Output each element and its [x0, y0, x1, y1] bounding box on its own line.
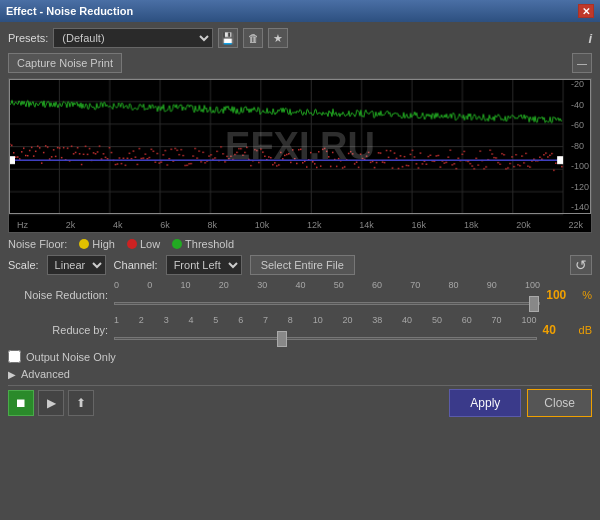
presets-select[interactable]: (Default) [53, 28, 213, 48]
playback-buttons: ⏹ ▶ ⬆ [8, 390, 94, 416]
noise-reduction-row: Noise Reduction: 0 0 10 20 30 40 50 60 7… [8, 280, 592, 310]
capture-noise-print-button[interactable]: Capture Noise Print [8, 53, 122, 73]
bottom-bar: ⏹ ▶ ⬆ Apply Close [8, 385, 592, 417]
presets-row: Presets: (Default) 💾 🗑 ★ i [8, 28, 592, 48]
legend-threshold: Threshold [172, 238, 234, 250]
scale-select[interactable]: Linear [47, 255, 106, 275]
legend-row: Noise Floor: High Low Threshold [8, 238, 592, 250]
scale-row: Scale: Linear Channel: Front Left Select… [8, 255, 592, 275]
title-text: Effect - Noise Reduction [6, 5, 133, 17]
play-icon: ▶ [47, 396, 56, 410]
stop-button[interactable]: ⏹ [8, 390, 34, 416]
reduce-by-row: Reduce by: 1 2 3 4 5 6 7 8 10 20 38 40 5… [8, 315, 592, 345]
export-icon: ⬆ [76, 396, 86, 410]
reduce-by-value: 40 [543, 323, 573, 337]
legend-low: Low [127, 238, 160, 250]
reset-button[interactable]: ↺ [570, 255, 592, 275]
output-noise-only-row: Output Noise Only [8, 350, 592, 363]
low-dot [127, 239, 137, 249]
chart-container: -20 -40 -60 -80 -100 -120 -140 Hz 2k 4k … [8, 78, 592, 233]
low-label: Low [140, 238, 160, 250]
collapse-button[interactable]: — [572, 53, 592, 73]
export-button[interactable]: ⬆ [68, 390, 94, 416]
high-label: High [92, 238, 115, 250]
reduce-by-unit: dB [579, 324, 592, 336]
threshold-label: Threshold [185, 238, 234, 250]
noise-print-row: Capture Noise Print — [8, 53, 592, 73]
select-entire-file-button[interactable]: Select Entire File [250, 255, 355, 275]
play-button[interactable]: ▶ [38, 390, 64, 416]
noise-reduction-tick-labels: 0 0 10 20 30 40 50 60 70 80 90 100 [114, 280, 540, 290]
scale-label: Scale: [8, 259, 39, 271]
noise-reduction-unit: % [582, 289, 592, 301]
output-noise-only-checkbox[interactable] [8, 350, 21, 363]
delete-preset-button[interactable]: 🗑 [243, 28, 263, 48]
noise-reduction-label: Noise Reduction: [8, 289, 108, 301]
high-dot [79, 239, 89, 249]
noise-reduction-value: 100 [546, 288, 576, 302]
reduce-by-slider[interactable] [114, 331, 537, 345]
close-title-button[interactable]: ✕ [578, 4, 594, 18]
noise-floor-label: Noise Floor: [8, 238, 67, 250]
legend-high: High [79, 238, 115, 250]
output-noise-only-label[interactable]: Output Noise Only [26, 351, 116, 363]
presets-label: Presets: [8, 32, 48, 44]
apply-button[interactable]: Apply [449, 389, 521, 417]
stop-icon: ⏹ [15, 396, 27, 410]
threshold-dot [172, 239, 182, 249]
reduce-by-label: Reduce by: [8, 324, 108, 336]
star-preset-button[interactable]: ★ [268, 28, 288, 48]
advanced-triangle-icon: ▶ [8, 369, 16, 380]
action-buttons: Apply Close [449, 389, 592, 417]
reduce-by-tick-labels: 1 2 3 4 5 6 7 8 10 20 38 40 50 60 70 100 [114, 315, 537, 325]
noise-reduction-slider-container: 0 0 10 20 30 40 50 60 70 80 90 100 [114, 280, 540, 310]
advanced-row[interactable]: ▶ Advanced [8, 368, 592, 380]
channel-label: Channel: [114, 259, 158, 271]
advanced-label: Advanced [21, 368, 70, 380]
save-preset-button[interactable]: 💾 [218, 28, 238, 48]
close-button[interactable]: Close [527, 389, 592, 417]
noise-chart [9, 79, 591, 232]
title-bar: Effect - Noise Reduction ✕ [0, 0, 600, 22]
info-button[interactable]: i [588, 31, 592, 46]
noise-reduction-slider[interactable] [114, 296, 540, 310]
channel-select[interactable]: Front Left [166, 255, 242, 275]
reduce-by-slider-container: 1 2 3 4 5 6 7 8 10 20 38 40 50 60 70 100 [114, 315, 537, 345]
